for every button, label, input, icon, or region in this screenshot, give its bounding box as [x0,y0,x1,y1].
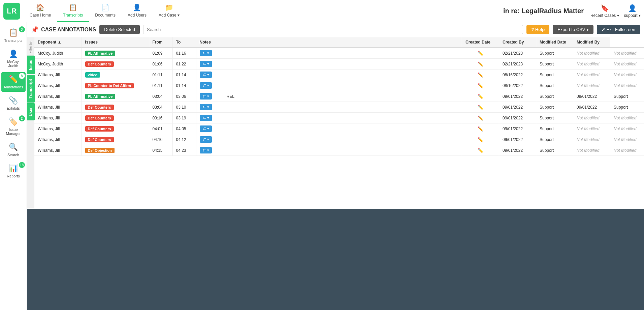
nav-transcripts[interactable]: 📋 Transcripts [57,0,89,22]
sidebar-item-transcripts[interactable]: 3 📋 Transcripts [1,26,26,45]
top-navigation: LR 🏠 Case Home 📋 Transcripts 📄 Documents… [0,0,644,22]
sidebar-item-annotations[interactable]: 8 ✏️ Annotations [1,72,26,92]
table-row: Williams, Jill Def Counters 04:10 04:12 … [34,134,644,145]
annotations-table: Deponent ▲ Issues From To Notes Created … [34,37,644,156]
edit-icon[interactable]: ✏️ [478,94,483,99]
created-by-cell: Support [536,91,573,102]
from-cell: 04:01 [149,123,172,134]
nav-add-users[interactable]: 👤 Add Users [122,0,153,22]
col-header-deponent[interactable]: Deponent ▲ [34,37,82,48]
annotations-title-text: CASE ANNOTATIONS [41,27,96,33]
edit-icon-cell[interactable]: ✏️ [462,134,499,145]
col-header-to[interactable]: To [172,37,196,48]
deponent-cell: Williams, Jill [34,123,82,134]
edit-icon[interactable]: ✏️ [478,105,483,110]
sidebar-item-mccoy[interactable]: 👤 McCoy, Judith [1,47,26,71]
edit-icon-cell[interactable]: ✏️ [462,91,499,102]
edit-icon[interactable]: ✏️ [478,126,483,132]
support-label: support ▾ [624,13,641,18]
issues-cell: Def Objection [82,145,149,156]
issues-cell: Def Counters [82,123,149,134]
sidebar-item-exhibits[interactable]: 📎 Exhibits [1,93,26,113]
deponent-cell: McCoy, Judith [34,59,82,69]
tag-button[interactable]: 🏷 ▾ [200,93,212,100]
col-header-modified-date[interactable]: Modified Date [536,37,573,48]
tag-button[interactable]: 🏷 ▾ [200,104,212,110]
modified-by-cell: Support [614,105,628,110]
created-date-cell: 09/01/2022 [499,91,536,102]
issues-cell: PL Affirmative [82,48,149,59]
tag-button[interactable]: 🏷 ▾ [200,50,212,56]
issue-badge: video [85,72,100,78]
modified-by-container: Not Modified [610,69,644,80]
issue-badge: Def Objection [85,148,115,153]
tag-button[interactable]: 🏷 ▾ [200,72,212,78]
filter-tab-issue[interactable]: Issue [27,56,35,74]
col-header-from[interactable]: From [149,37,172,48]
edit-icon-cell[interactable]: ✏️ [462,145,499,156]
modified-date-container: Not Modified [573,113,610,123]
tag-button[interactable]: 🏷 ▾ [200,136,212,143]
nav-case-home[interactable]: 🏠 Case Home [24,0,57,22]
from-cell: 03:04 [149,102,172,113]
edit-icon-cell[interactable]: ✏️ [462,69,499,80]
notes-text-cell [223,80,462,91]
annotations-table-container: Deponent ▲ Issues From To Notes Created … [34,37,644,209]
sidebar-item-issue-manager[interactable]: 2 🏷️ Issue Manager [1,115,26,138]
modified-by-cell: Not Modified [614,83,636,88]
modified-by-container: Not Modified [610,134,644,145]
edit-icon[interactable]: ✏️ [478,51,483,56]
modified-date-cell: 09/01/2022 [577,105,597,110]
recent-cases-button[interactable]: 🔖 Recent Cases ▾ [590,4,619,18]
exit-fullscreen-button[interactable]: ⤢ Exit Fullscreen [597,25,640,34]
tag-button[interactable]: 🏷 ▾ [200,115,212,121]
tag-button[interactable]: 🏷 ▾ [200,147,212,153]
nav-documents[interactable]: 📄 Documents [89,0,122,22]
edit-icon-cell[interactable]: ✏️ [462,48,499,59]
modified-by-container: Not Modified [610,59,644,69]
filter-tab-user[interactable]: User [27,103,35,120]
created-date-cell: 09/01/2022 [499,145,536,156]
filter-tab-transcript[interactable]: Transcript [27,75,35,103]
reports-label: Reports [7,174,20,178]
sidebar-item-search[interactable]: 🔍 Search [1,140,26,160]
tag-button[interactable]: 🏷 ▾ [200,125,212,132]
deponent-cell: McCoy, Judith [34,48,82,59]
export-csv-button[interactable]: Export to CSV ▾ [553,25,593,34]
edit-icon[interactable]: ✏️ [478,148,483,153]
modified-date-cell: Not Modified [577,148,599,153]
edit-icon[interactable]: ✏️ [478,115,483,121]
col-header-created-date[interactable]: Created Date [462,37,499,48]
nav-add-case[interactable]: 📁 Add Case ▾ [153,0,186,22]
table-row: Williams, Jill Def Counters 03:04 03:10 … [34,102,644,113]
col-header-notes[interactable]: Notes [196,37,223,48]
to-cell: 03:19 [172,113,196,123]
created-by-cell: Support [536,48,573,59]
edit-icon-cell[interactable]: ✏️ [462,102,499,113]
tag-button[interactable]: 🏷 ▾ [200,82,212,89]
edit-icon-cell[interactable]: ✏️ [462,59,499,69]
edit-icon[interactable]: ✏️ [478,83,483,88]
edit-icon-cell[interactable]: ✏️ [462,123,499,134]
tag-button[interactable]: 🏷 ▾ [200,61,212,67]
app-logo[interactable]: LR [3,3,20,20]
recent-cases-label: Recent Cases ▾ [590,13,619,18]
table-row: Williams, Jill PL Counter to Def Affirm … [34,80,644,91]
col-header-modified-by[interactable]: Modified By [573,37,610,48]
sidebar-item-reports[interactable]: 18 📊 Reports [1,161,26,181]
table-row: Williams, Jill Def Counters 03:16 03:19 … [34,113,644,123]
edit-icon-cell[interactable]: ✏️ [462,80,499,91]
edit-icon[interactable]: ✏️ [478,61,483,67]
help-button[interactable]: ? Help [526,25,549,34]
annotations-search-input[interactable] [143,25,523,34]
table-row: McCoy, Judith Def Counters 01:06 01:22 🏷… [34,59,644,69]
edit-icon-cell[interactable]: ✏️ [462,113,499,123]
edit-icon[interactable]: ✏️ [478,72,483,78]
edit-icon[interactable]: ✏️ [478,137,483,142]
col-header-issues[interactable]: Issues [82,37,149,48]
created-date-cell: 02/21/2023 [499,48,536,59]
support-button[interactable]: 👤 support ▾ [624,4,641,18]
add-case-label: Add Case ▾ [159,13,180,18]
delete-selected-button[interactable]: Delete Selected [99,25,140,34]
col-header-created-by[interactable]: Created By [499,37,536,48]
